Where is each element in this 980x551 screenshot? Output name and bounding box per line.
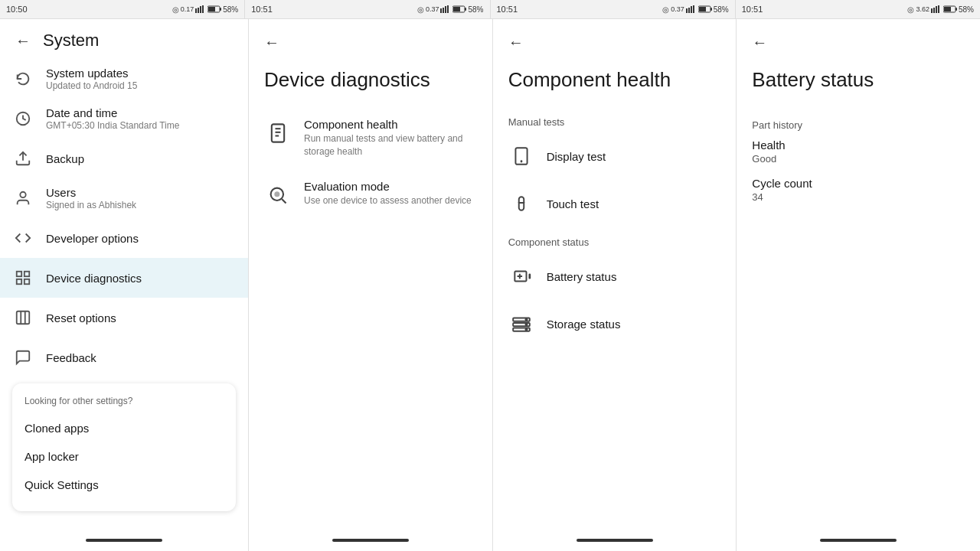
sidebar-item-feedback[interactable]: Feedback	[0, 337, 248, 377]
panel-system: ← System System updates Updated to Andro…	[0, 19, 249, 551]
svg-rect-32	[24, 272, 29, 276]
battery-health-title: Health	[752, 139, 965, 152]
svg-rect-1	[198, 8, 199, 13]
nav-indicator-3	[577, 539, 653, 542]
nav-bar-4	[737, 530, 980, 551]
nav-indicator-1	[86, 539, 162, 542]
component-status-label: Component status	[493, 227, 737, 253]
backup-text: Backup	[46, 152, 236, 165]
sidebar-item-date-time[interactable]: Date and time GMT+05:30 India Standard T…	[0, 99, 248, 139]
comp-item-display-test[interactable]: Display test	[493, 132, 737, 180]
time-1: 10:50	[6, 5, 28, 14]
system-updates-subtitle: Updated to Android 15	[46, 80, 236, 91]
reset-text: Reset options	[46, 311, 236, 324]
svg-rect-3	[202, 5, 204, 13]
sidebar-item-device-diag[interactable]: Device diagnostics	[0, 258, 248, 298]
sidebar-item-users[interactable]: Users Signed in as Abhishek	[0, 178, 248, 218]
diag-back-button[interactable]: ←	[261, 31, 283, 53]
part-history-label: Part history	[752, 119, 965, 131]
component-health-icon	[264, 119, 292, 147]
backup-title: Backup	[46, 152, 236, 165]
svg-rect-38	[272, 124, 284, 142]
time-2: 10:51	[251, 5, 273, 14]
developer-text: Developer options	[46, 232, 236, 245]
suggestions-card: Looking for other settings? Cloned apps …	[12, 383, 236, 511]
comp-back-icon: ←	[508, 34, 524, 51]
svg-rect-24	[938, 5, 939, 13]
svg-rect-17	[693, 5, 694, 13]
svg-rect-13	[453, 7, 460, 11]
diag-item-evaluation[interactable]: Evaluation mode Use one device to assess…	[249, 169, 492, 220]
feedback-icon	[12, 347, 34, 368]
date-time-subtitle: GMT+05:30 India Standard Time	[46, 120, 236, 131]
panel-battery-status: ← Battery status Part history Health Goo…	[737, 19, 980, 551]
comp-item-battery-status[interactable]: Battery status	[493, 253, 737, 300]
clock-icon	[12, 108, 34, 129]
sidebar-item-reset[interactable]: Reset options	[0, 298, 248, 337]
sidebar-item-backup[interactable]: Backup	[0, 139, 248, 178]
sidebar-item-developer[interactable]: Developer options	[0, 218, 248, 258]
touch-test-title: Touch test	[547, 197, 599, 210]
svg-rect-6	[208, 7, 215, 11]
suggestion-app-locker[interactable]: App locker	[24, 442, 224, 471]
svg-rect-33	[17, 279, 21, 284]
svg-rect-5	[220, 8, 221, 11]
person-icon	[12, 187, 34, 209]
status-bar-2: 10:51 ◎0.37 58%	[245, 0, 490, 18]
comp-item-touch-test[interactable]: Touch test	[493, 180, 737, 227]
svg-rect-0	[195, 8, 197, 13]
svg-rect-12	[465, 8, 466, 11]
svg-point-56	[525, 329, 527, 331]
svg-rect-19	[710, 8, 712, 11]
system-title: System	[43, 31, 99, 51]
component-health-text: Component health Run manual tests and vi…	[304, 118, 477, 158]
feedback-text: Feedback	[46, 351, 236, 364]
status-icons-2: ◎0.37 58%	[417, 5, 484, 14]
backup-icon	[12, 148, 34, 169]
status-bar-1: 10:50 ◎0.17 58%	[0, 0, 245, 18]
status-icons-1: ◎0.17 58%	[172, 5, 239, 14]
svg-rect-16	[691, 6, 692, 13]
display-test-title: Display test	[547, 150, 606, 163]
component-health-title: Component health	[304, 118, 477, 131]
svg-point-30	[20, 192, 25, 197]
comp-item-storage-status[interactable]: Storage status	[493, 300, 737, 347]
battery-health-stat: Health Good	[752, 139, 965, 165]
svg-rect-21	[931, 8, 933, 13]
status-icons-4: ◎3.62 58%	[907, 5, 974, 14]
users-title: Users	[46, 186, 236, 199]
svg-rect-34	[24, 279, 29, 284]
time-4: 10:51	[742, 5, 763, 14]
suggestion-cloned-apps[interactable]: Cloned apps	[24, 414, 224, 442]
manual-tests-label: Manual tests	[493, 107, 737, 132]
suggestion-quick-settings[interactable]: Quick Settings	[24, 471, 224, 499]
system-back-button[interactable]: ←	[12, 30, 34, 51]
status-bar-3: 10:51 ◎0.37 58%	[491, 0, 736, 18]
battery-page-title: Battery status	[737, 62, 980, 107]
sidebar-item-system-updates[interactable]: System updates Updated to Android 15	[0, 59, 248, 99]
svg-rect-14	[686, 8, 688, 13]
svg-rect-31	[17, 272, 21, 276]
evaluation-text: Evaluation mode Use one device to assess…	[304, 180, 472, 207]
users-subtitle: Signed in as Abhishek	[46, 200, 236, 210]
svg-rect-2	[200, 6, 201, 13]
diag-item-component-health[interactable]: Component health Run manual tests and vi…	[249, 107, 492, 169]
reset-icon	[12, 307, 34, 328]
svg-rect-7	[440, 8, 442, 13]
system-header: ← System	[0, 19, 248, 59]
battery-back-button[interactable]: ←	[749, 31, 770, 53]
svg-rect-26	[956, 8, 957, 11]
svg-rect-22	[933, 8, 935, 13]
evaluation-subtitle: Use one device to assess another device	[304, 194, 472, 207]
main-content: ← System System updates Updated to Andro…	[0, 18, 980, 551]
reset-title: Reset options	[46, 311, 236, 324]
battery-health-value: Good	[752, 153, 965, 165]
svg-point-54	[525, 319, 527, 321]
comp-back-button[interactable]: ←	[505, 31, 527, 53]
panel-device-diagnostics: ← Device diagnostics Component health Ru…	[249, 19, 493, 551]
grid-icon	[12, 267, 34, 289]
svg-point-55	[525, 324, 527, 325]
diag-back-icon: ←	[264, 34, 279, 51]
cycle-count-title: Cycle count	[752, 177, 965, 190]
time-3: 10:51	[497, 5, 518, 14]
